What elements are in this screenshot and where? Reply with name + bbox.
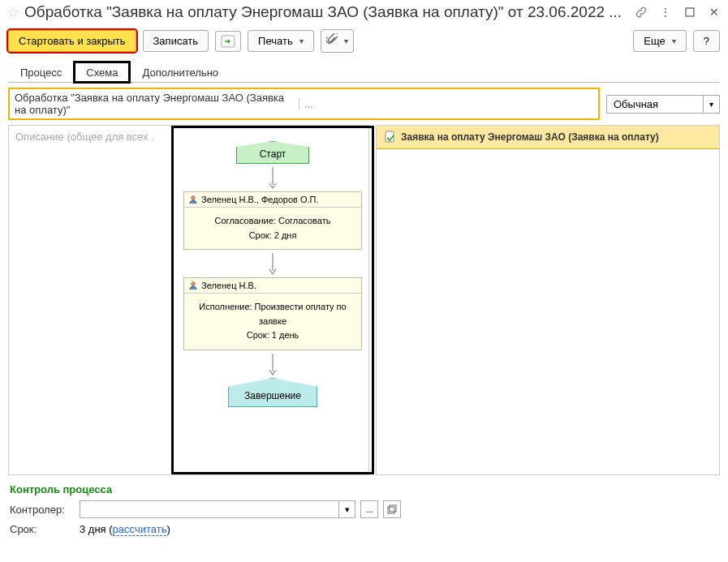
workflow-task-node-2[interactable]: Зеленец Н.В. Исполнение: Произвести опла… (183, 277, 362, 350)
task1-line1: Согласование: Согласовать (187, 214, 358, 229)
person-icon (188, 281, 198, 290)
control-section-title: Контроль процесса (10, 483, 718, 496)
svg-point-5 (192, 282, 195, 285)
controller-dropdown-button[interactable]: ▾ (338, 501, 355, 517)
subject-more-button[interactable]: ... (299, 98, 593, 110)
controller-label: Контролер: (10, 504, 75, 516)
kebab-menu-icon[interactable]: ⋮ (658, 5, 673, 19)
task2-line2: Срок: 1 день (187, 328, 358, 343)
controller-open-button[interactable] (383, 500, 401, 518)
page-title: Обработка "Заявка на оплату Энергомаш ЗА… (24, 3, 629, 21)
tab-scheme[interactable]: Схема (74, 62, 130, 83)
deadline-label: Срок: (10, 523, 75, 535)
workflow-task-node-1[interactable]: Зеленец Н.В., Федоров О.П. Согласование:… (183, 191, 362, 250)
controller-choose-button[interactable]: ... (360, 500, 378, 518)
description-placeholder[interactable]: Описание (общее для всех . (11, 127, 159, 146)
task2-assignees: Зеленец Н.В. (201, 281, 256, 290)
svg-rect-9 (390, 505, 396, 512)
right-panel: Заявка на оплату Энергомаш ЗАО (Заявка н… (376, 125, 720, 475)
document-arrow-icon (383, 131, 396, 144)
paperclip-icon (326, 33, 338, 49)
controller-input[interactable]: ▾ (80, 500, 355, 518)
task2-line1: Исполнение: Произвести оплату по заявке (187, 300, 358, 328)
chevron-down-icon: ▾ (299, 36, 304, 45)
task1-line2: Срок: 2 дня (187, 229, 358, 243)
arrow-down-icon (268, 164, 278, 191)
arrow-down-icon (268, 350, 278, 378)
link-icon[interactable] (634, 5, 648, 19)
deadline-value: 3 дня (80, 523, 106, 535)
tab-additional[interactable]: Дополнительно (130, 62, 230, 83)
subject-value: Обработка "Заявка на оплату Энергомаш ЗА… (15, 92, 299, 116)
svg-rect-0 (686, 8, 694, 16)
calculate-link[interactable]: рассчитать (113, 523, 167, 536)
svg-point-3 (192, 196, 195, 199)
arrow-down-icon (268, 250, 278, 277)
tab-bar: Процесс Схема Дополнительно (8, 61, 720, 83)
arrow-right-green-icon (221, 35, 235, 48)
more-button[interactable]: Еще▾ (633, 30, 686, 52)
send-button[interactable] (215, 31, 241, 52)
write-button[interactable]: Записать (143, 30, 209, 52)
help-button[interactable]: ? (693, 30, 720, 52)
workflow-start-node[interactable]: Старт (236, 141, 309, 164)
document-title: Заявка на оплату Энергомаш ЗАО (Заявка н… (401, 131, 659, 143)
maximize-icon[interactable] (683, 5, 697, 19)
tab-process[interactable]: Процесс (8, 62, 74, 83)
start-and-close-button[interactable]: Стартовать и закрыть (8, 30, 136, 52)
svg-rect-8 (388, 507, 394, 513)
left-panel: Описание (общее для всех . Старт Зеленец… (8, 125, 369, 475)
person-icon (188, 195, 198, 204)
favorite-star-icon[interactable]: ☆ (6, 3, 19, 21)
priority-dropdown-button[interactable]: ▾ (704, 95, 720, 114)
subject-input[interactable]: Обработка "Заявка на оплату Энергомаш ЗА… (8, 88, 600, 120)
close-icon[interactable]: ✕ (707, 5, 722, 19)
priority-value[interactable]: Обычная (606, 95, 704, 114)
chevron-down-icon: ▾ (672, 36, 676, 45)
chevron-down-icon: ▾ (344, 36, 348, 45)
task1-assignees: Зеленец Н.В., Федоров О.П. (201, 195, 318, 204)
workflow-diagram: Старт Зеленец Н.В., Федоров О.П. Согласо… (171, 126, 374, 474)
attach-button[interactable]: ▾ (321, 29, 354, 53)
workflow-end-node[interactable]: Завершение (228, 378, 317, 407)
print-button[interactable]: Печать▾ (248, 30, 314, 52)
